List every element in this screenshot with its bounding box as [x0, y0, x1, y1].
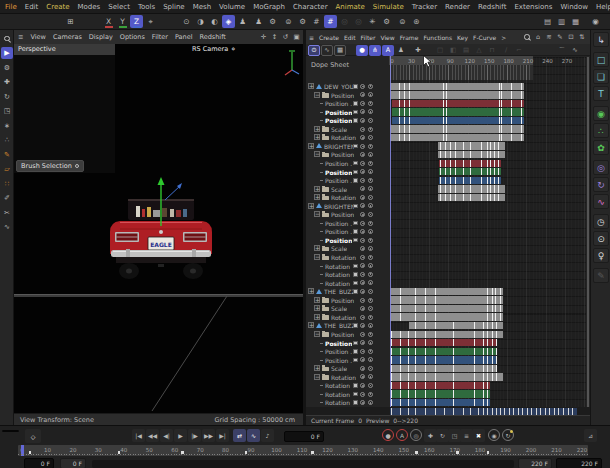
- character-tool-icon[interactable]: ♟: [252, 15, 265, 28]
- dopesheet-scrollbar[interactable]: [587, 57, 589, 407]
- track-row[interactable]: Position: [306, 116, 390, 125]
- track-row[interactable]: Rotation: [306, 381, 390, 390]
- record-objects-button[interactable]: ◉: [488, 429, 500, 441]
- spline-primitive-icon[interactable]: □: [593, 52, 609, 67]
- track-row[interactable]: Position: [306, 236, 390, 245]
- enable-checkbox[interactable]: [353, 281, 358, 286]
- camera-label[interactable]: RS Camera ⋄: [192, 45, 272, 53]
- animate-clock-icon[interactable]: [368, 400, 373, 405]
- folder-row[interactable]: +Scale: [306, 185, 390, 194]
- enable-checkbox[interactable]: [353, 144, 358, 149]
- dopesheet-menu-[interactable]: >: [501, 34, 506, 41]
- animate-clock-icon[interactable]: [368, 383, 373, 388]
- menu-modes[interactable]: Modes: [78, 3, 101, 11]
- vertical-fit-icon[interactable]: ⇅: [578, 32, 586, 42]
- rotate-tool-icon[interactable]: ↻: [1, 91, 13, 103]
- expand-toggle[interactable]: +: [314, 245, 320, 251]
- solver-settings-icon[interactable]: ⚙: [380, 15, 393, 28]
- enable-checkbox[interactable]: [353, 229, 358, 234]
- animate-clock-icon[interactable]: [368, 127, 373, 132]
- enable-checkbox[interactable]: [353, 101, 358, 106]
- expand-toggle[interactable]: −: [314, 151, 320, 157]
- folder-row[interactable]: +Scale: [306, 364, 390, 373]
- text-primitive-icon[interactable]: T: [593, 86, 609, 101]
- expand-toggle[interactable]: −: [314, 374, 320, 380]
- visibility-eye-icon[interactable]: [360, 84, 365, 89]
- animate-clock-icon[interactable]: [368, 144, 373, 149]
- animate-clock-icon[interactable]: [368, 392, 373, 397]
- animate-clock-icon[interactable]: [368, 280, 373, 285]
- timeline-keyframe-marker[interactable]: [29, 451, 32, 454]
- visibility-eye-icon[interactable]: [360, 212, 365, 217]
- animate-clock-icon[interactable]: [368, 229, 373, 234]
- animate-clock-icon[interactable]: [368, 340, 373, 345]
- grid-snap-button[interactable]: #: [310, 15, 323, 28]
- track-row[interactable]: Position .: [306, 219, 390, 228]
- snap-tool-icon[interactable]: ∴: [1, 134, 13, 146]
- object-row[interactable]: +BRIGHTEN: [306, 142, 390, 151]
- enable-checkbox[interactable]: [353, 383, 358, 388]
- dopesheet-menu-key[interactable]: Key: [457, 34, 468, 41]
- expand-toggle[interactable]: −: [314, 331, 320, 337]
- lock-z-axis-button[interactable]: Z: [130, 15, 143, 28]
- visibility-eye-icon[interactable]: [360, 392, 365, 397]
- render-queue-button[interactable]: ♟: [236, 15, 249, 28]
- spline-smooth-icon[interactable]: ∿: [1, 221, 13, 233]
- expand-toggle[interactable]: −: [314, 211, 320, 217]
- animate-clock-icon[interactable]: [368, 84, 373, 89]
- visibility-eye-icon[interactable]: [360, 323, 365, 328]
- visibility-eye-icon[interactable]: [360, 255, 365, 260]
- menu-character[interactable]: Character: [293, 3, 328, 11]
- timeline-keyframe-marker[interactable]: [311, 451, 314, 454]
- interactive-render-button[interactable]: ◐: [208, 15, 221, 28]
- animate-clock-icon[interactable]: [368, 109, 373, 114]
- record-selected-button[interactable]: ◎: [410, 429, 422, 441]
- maximize-view-icon[interactable]: ▣: [292, 32, 301, 43]
- subdivision-surface-icon[interactable]: ◉: [593, 106, 609, 121]
- visibility-eye-icon[interactable]: [360, 152, 365, 157]
- step-tangent-button[interactable]: ⌐: [513, 45, 525, 56]
- show-animated-button[interactable]: ♟: [395, 45, 407, 56]
- render-view-button[interactable]: ⊙: [180, 15, 193, 28]
- enable-checkbox[interactable]: [353, 349, 358, 354]
- visibility-eye-icon[interactable]: [360, 289, 365, 294]
- range-end-display[interactable]: 220 F: [518, 458, 552, 468]
- previous-frame-button[interactable]: ◀|: [160, 429, 173, 442]
- object-row[interactable]: +DEW_YOU: [306, 82, 390, 91]
- expand-toggle[interactable]: +: [314, 126, 320, 132]
- expand-toggle[interactable]: −: [314, 254, 320, 260]
- dopesheet-summary-track[interactable]: [306, 407, 590, 415]
- keyframe-presets-button[interactable]: ↻: [502, 429, 514, 441]
- mograph-effector-icon[interactable]: ⊜: [396, 15, 409, 28]
- viewport-menu-view[interactable]: View: [30, 33, 45, 41]
- visibility-eye-icon[interactable]: [360, 306, 365, 311]
- expand-toggle[interactable]: +: [314, 194, 320, 200]
- sketch-tool-icon[interactable]: ▱: [1, 163, 13, 175]
- visibility-eye-icon[interactable]: [360, 340, 365, 345]
- layout-render-icon[interactable]: ▦: [569, 15, 582, 28]
- viewport-search-icon[interactable]: [1, 33, 13, 45]
- dopesheet-menu-frame[interactable]: Frame: [400, 34, 419, 41]
- animate-clock-icon[interactable]: [368, 101, 373, 106]
- region-tool-button[interactable]: ◧: [447, 45, 459, 56]
- animate-clock-icon[interactable]: [368, 366, 373, 371]
- edit-settings-icon[interactable]: ✎: [556, 32, 564, 42]
- scale-keys-button[interactable]: △: [473, 45, 485, 56]
- key-selection-toggle[interactable]: ✖: [472, 429, 485, 442]
- track-row[interactable]: Position: [306, 108, 390, 117]
- dopesheet-tick-strip[interactable]: [390, 65, 533, 80]
- track-row[interactable]: Position: [306, 339, 390, 348]
- visibility-eye-icon[interactable]: [360, 246, 365, 251]
- track-row[interactable]: Rotation: [306, 279, 390, 288]
- visibility-eye-icon[interactable]: [360, 161, 365, 166]
- enable-checkbox[interactable]: [353, 323, 358, 328]
- visibility-eye-icon[interactable]: [360, 195, 365, 200]
- folder-row[interactable]: −Position: [306, 91, 390, 100]
- track-row[interactable]: Position .: [306, 159, 390, 168]
- expand-toggle[interactable]: +: [308, 322, 314, 328]
- viewport-menu-redshift[interactable]: Redshift: [200, 33, 226, 41]
- knife-tool-icon[interactable]: ✂: [1, 207, 13, 219]
- disabled-render-icon[interactable]: ◎: [338, 15, 351, 28]
- timeline-transform-icon[interactable]: ↳: [593, 32, 609, 47]
- track-row[interactable]: Position .: [306, 356, 390, 365]
